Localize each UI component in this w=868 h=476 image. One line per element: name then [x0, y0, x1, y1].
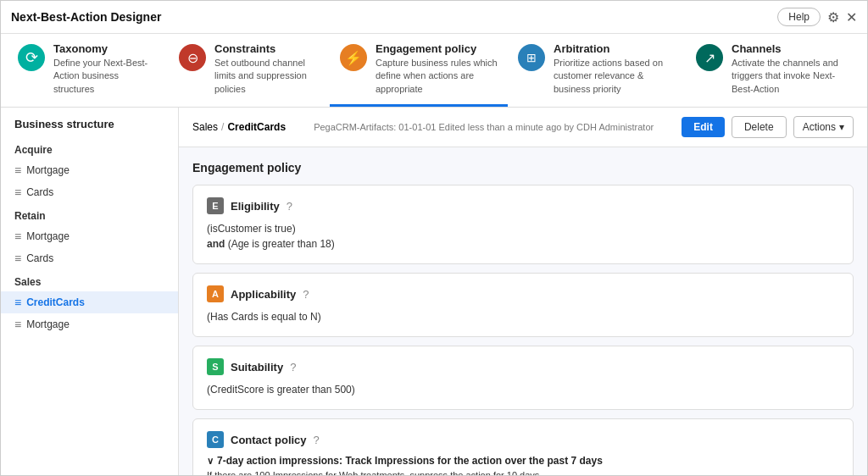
- title-bar-controls: Help ⚙ ✕: [777, 8, 857, 26]
- section-title: Engagement policy: [192, 161, 854, 174]
- content-header: Sales/CreditCards PegaCRM-Artifacts: 01-…: [179, 108, 867, 147]
- edit-button[interactable]: Edit: [682, 117, 725, 137]
- applicability-text: (Has Cards is equal to N): [207, 309, 839, 324]
- sidebar: Business structure Acquire ≡ Mortgage ≡ …: [1, 108, 179, 475]
- contact-detail-0: 7-day action impressions: Track Impressi…: [207, 455, 839, 475]
- tab-arbitration-desc: Prioritize actions based on customer rel…: [554, 57, 676, 96]
- eligibility-badge: E: [207, 197, 224, 214]
- sidebar-item-retain-cards-label: Cards: [26, 252, 53, 264]
- eligibility-text: (isCustomer is true)and (Age is greater …: [207, 221, 839, 252]
- sidebar-item-sales-mortgage[interactable]: ≡ Mortgage: [1, 313, 178, 335]
- tab-constraints[interactable]: ⊖ Constraints Set outbound channel limit…: [169, 34, 330, 107]
- suitability-text: (CreditScore is greater than 500): [207, 382, 839, 397]
- contact-detail-0-title[interactable]: 7-day action impressions: Track Impressi…: [207, 455, 839, 467]
- contact-policy-help-icon[interactable]: ?: [314, 434, 320, 446]
- settings-icon[interactable]: ⚙: [827, 9, 839, 25]
- suitability-title: Suitability: [231, 361, 283, 374]
- constraints-icon: ⊖: [179, 44, 206, 71]
- eligibility-title: Eligibility: [231, 200, 280, 213]
- policy-card-suitability: S Suitability ? (CreditScore is greater …: [192, 346, 854, 410]
- content-panel: Sales/CreditCards PegaCRM-Artifacts: 01-…: [179, 108, 867, 475]
- applicability-help-icon[interactable]: ?: [303, 288, 309, 301]
- delete-button[interactable]: Delete: [732, 116, 787, 138]
- policy-card-applicability: A Applicability ? (Has Cards is equal to…: [192, 273, 854, 337]
- content-header-actions: Edit Delete Actions ▾: [682, 116, 854, 138]
- tab-taxonomy-title: Taxonomy: [53, 42, 159, 55]
- title-bar: Next-Best-Action Designer Help ⚙ ✕: [1, 1, 867, 34]
- app-window: Next-Best-Action Designer Help ⚙ ✕ ⟳ Tax…: [0, 0, 868, 476]
- sidebar-item-retain-mortgage-icon: ≡: [14, 230, 21, 243]
- sidebar-item-acquire-mortgage[interactable]: ≡ Mortgage: [1, 159, 178, 181]
- sidebar-item-sales-mortgage-icon: ≡: [14, 318, 21, 331]
- tab-channels-title: Channels: [732, 42, 850, 55]
- tab-engagement-policy-desc: Capture business rules which define when…: [376, 57, 498, 96]
- tab-engagement-policy-title: Engagement policy: [376, 42, 498, 55]
- tab-constraints-title: Constraints: [214, 42, 320, 55]
- tab-channels-desc: Activate the channels and triggers that …: [732, 57, 850, 96]
- arbitration-icon: ⊞: [518, 44, 545, 71]
- sidebar-item-retain-mortgage-label: Mortgage: [26, 230, 70, 242]
- tab-arbitration-title: Arbitration: [554, 42, 676, 55]
- sidebar-group-sales: Sales: [1, 269, 178, 291]
- content-body: Engagement policy E Eligibility ? (isCus…: [179, 147, 867, 475]
- channels-icon: ↗: [696, 44, 723, 71]
- policy-card-eligibility: E Eligibility ? (isCustomer is true)and …: [192, 185, 854, 264]
- tab-constraints-desc: Set outbound channel limits and suppress…: [214, 57, 320, 96]
- contact-detail-0-text: If there are 100 Impressions for Web tre…: [207, 468, 839, 475]
- suitability-badge: S: [207, 358, 224, 375]
- tab-taxonomy-desc: Define your Next-Best-Action business st…: [53, 57, 159, 96]
- sidebar-item-sales-mortgage-label: Mortgage: [26, 318, 70, 330]
- breadcrumb-part1: Sales: [192, 121, 218, 133]
- engagement-policy-icon: ⚡: [340, 44, 367, 71]
- actions-dropdown-button[interactable]: Actions ▾: [793, 116, 854, 138]
- chevron-down-icon: ▾: [839, 121, 844, 133]
- sidebar-item-cards-icon: ≡: [14, 185, 21, 199]
- applicability-title: Applicability: [231, 288, 296, 301]
- tab-taxonomy[interactable]: ⟳ Taxonomy Define your Next-Best-Action …: [8, 34, 169, 107]
- sidebar-item-retain-cards[interactable]: ≡ Cards: [1, 247, 178, 269]
- sidebar-group-acquire: Acquire: [1, 137, 178, 159]
- tab-channels[interactable]: ↗ Channels Activate the channels and tri…: [686, 34, 860, 107]
- policy-card-contact-policy: C Contact policy ? 7-day action impressi…: [192, 418, 854, 475]
- app-title: Next-Best-Action Designer: [11, 10, 161, 24]
- sidebar-item-retain-mortgage[interactable]: ≡ Mortgage: [1, 225, 178, 247]
- nav-tabs: ⟳ Taxonomy Define your Next-Best-Action …: [1, 34, 867, 108]
- sidebar-item-sales-creditcards-label: CreditCards: [26, 296, 85, 308]
- content-header-meta: PegaCRM-Artifacts: 01-01-01 Edited less …: [314, 122, 654, 132]
- help-button[interactable]: Help: [777, 8, 821, 26]
- breadcrumb-separator: /: [221, 121, 224, 133]
- breadcrumb-part2: CreditCards: [227, 121, 286, 133]
- sidebar-item-acquire-cards[interactable]: ≡ Cards: [1, 181, 178, 203]
- sidebar-header: Business structure: [1, 118, 178, 137]
- taxonomy-icon: ⟳: [18, 44, 45, 71]
- main-area: Business structure Acquire ≡ Mortgage ≡ …: [1, 108, 867, 475]
- close-icon[interactable]: ✕: [846, 9, 857, 25]
- contact-policy-title: Contact policy: [231, 434, 307, 446]
- suitability-help-icon[interactable]: ?: [290, 361, 296, 374]
- sidebar-group-retain: Retain: [1, 203, 178, 225]
- sidebar-item-acquire-mortgage-label: Mortgage: [26, 164, 70, 176]
- tab-engagement-policy[interactable]: ⚡ Engagement policy Capture business rul…: [330, 34, 508, 107]
- sidebar-item-acquire-cards-label: Cards: [26, 186, 53, 198]
- sidebar-item-creditcards-icon: ≡: [14, 296, 21, 309]
- eligibility-help-icon[interactable]: ?: [287, 200, 292, 213]
- sidebar-item-retain-cards-icon: ≡: [14, 252, 21, 265]
- applicability-badge: A: [207, 285, 224, 302]
- contact-policy-badge: C: [207, 431, 224, 448]
- tab-arbitration[interactable]: ⊞ Arbitration Prioritize actions based o…: [508, 34, 686, 107]
- breadcrumb: Sales/CreditCards: [192, 121, 286, 133]
- sidebar-item-mortgage-icon: ≡: [14, 163, 21, 177]
- sidebar-item-sales-creditcards[interactable]: ≡ CreditCards: [1, 291, 178, 313]
